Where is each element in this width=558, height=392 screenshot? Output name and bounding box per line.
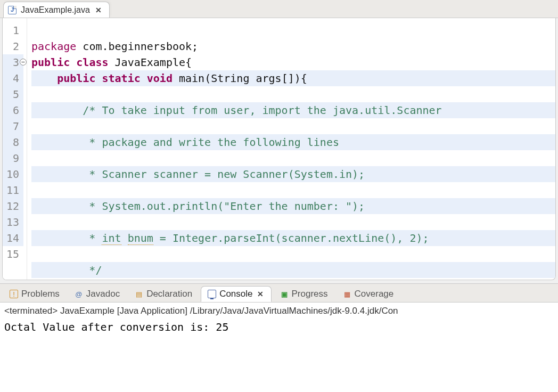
- console-output[interactable]: Octal Value after conversion is: 25: [4, 320, 554, 334]
- line-number: 10: [3, 166, 23, 182]
- java-file-icon: J: [8, 6, 17, 14]
- tab-progress[interactable]: ▣ Progress: [274, 286, 334, 302]
- keyword-public: public: [57, 72, 95, 85]
- fold-collapse-icon[interactable]: −: [20, 59, 27, 66]
- keyword-static: static: [102, 72, 140, 85]
- tab-javadoc[interactable]: @ Javadoc: [68, 286, 126, 302]
- console-panel: <terminated> JavaExample [Java Applicati…: [0, 303, 558, 392]
- comment: /* To take input from user, import the j…: [83, 104, 441, 117]
- line-number: 12: [3, 198, 23, 214]
- console-icon: [208, 290, 216, 298]
- tab-label: Javadoc: [86, 289, 120, 299]
- tab-label: Coverage: [355, 289, 394, 299]
- comment: * System.out.println("Enter the number: …: [83, 200, 365, 213]
- comment: * int bnum = Integer.parseInt(scanner.ne…: [83, 232, 429, 245]
- keyword-public: public: [31, 56, 70, 69]
- editor-tab-javaexample[interactable]: J JavaExample.java ✕: [3, 2, 110, 18]
- keyword-void: void: [147, 72, 173, 85]
- comment: * package and write the following lines: [83, 136, 339, 149]
- line-number-gutter: 1 2 3− 4 5 6 7 8 9 10 11 12 13 14 15: [3, 18, 27, 280]
- close-icon[interactable]: ✕: [94, 5, 103, 15]
- tab-coverage[interactable]: ▦ Coverage: [337, 286, 400, 302]
- line-number: 13: [3, 214, 23, 230]
- problems-icon: !: [10, 290, 18, 298]
- line-number: 3−: [3, 54, 23, 70]
- tab-console[interactable]: Console ✕: [201, 286, 271, 302]
- line-number: 14: [3, 230, 23, 246]
- declaration-icon: ▤: [135, 290, 143, 298]
- close-icon[interactable]: ✕: [256, 289, 265, 299]
- line-number: 6: [3, 102, 23, 118]
- tab-problems[interactable]: ! Problems: [3, 286, 66, 302]
- keyword-package: package: [31, 40, 76, 53]
- coverage-icon: ▦: [343, 290, 351, 298]
- tab-declaration[interactable]: ▤ Declaration: [128, 286, 199, 302]
- line-number: 4: [3, 70, 23, 86]
- line-number: 2: [3, 38, 23, 54]
- line-number: 7: [3, 118, 23, 134]
- line-number: 11: [3, 182, 23, 198]
- tab-label: Problems: [21, 289, 60, 299]
- ide-workbench: J JavaExample.java ✕ 1 2 3− 4 5 6 7 8 9 …: [0, 0, 558, 392]
- class-name: JavaExample{: [115, 56, 192, 69]
- javadoc-icon: @: [75, 290, 83, 298]
- line-number: 1: [3, 22, 23, 38]
- main-signature: main(String args[]){: [179, 72, 307, 85]
- editor-tabbar: J JavaExample.java ✕: [0, 0, 558, 18]
- tab-label: Declaration: [146, 289, 192, 299]
- editor-tab-filename: JavaExample.java: [21, 5, 90, 15]
- line-number: 9: [3, 150, 23, 166]
- code-text-area[interactable]: package com.beginnersbook; public class …: [27, 18, 555, 280]
- comment: * Scanner scanner = new Scanner(System.i…: [83, 168, 365, 181]
- progress-icon: ▣: [280, 290, 289, 298]
- line-number: 5: [3, 86, 23, 102]
- console-process-header: <terminated> JavaExample [Java Applicati…: [4, 305, 554, 317]
- line-number: 15: [3, 246, 23, 262]
- bottom-panel-tabbar: ! Problems @ Javadoc ▤ Declaration Conso…: [0, 283, 558, 303]
- tab-label: Progress: [292, 289, 328, 299]
- keyword-class: class: [76, 56, 108, 69]
- line-number: 8: [3, 134, 23, 150]
- comment: */: [83, 264, 102, 276]
- code-editor[interactable]: 1 2 3− 4 5 6 7 8 9 10 11 12 13 14 15 pac…: [2, 18, 556, 280]
- package-name: com.beginnersbook;: [83, 40, 198, 53]
- tab-label: Console: [219, 289, 252, 299]
